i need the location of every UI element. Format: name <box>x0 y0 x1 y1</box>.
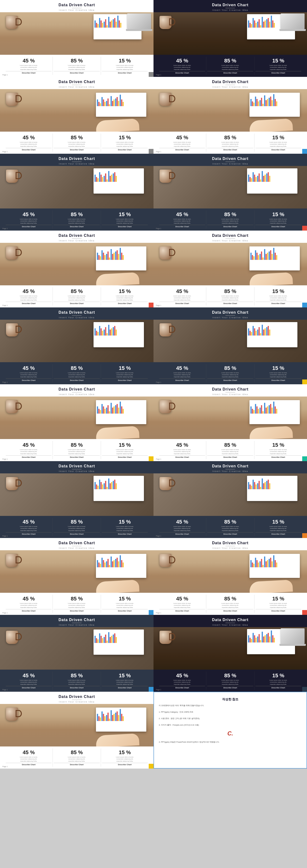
stat-3-value: 15 % <box>255 673 301 679</box>
stat-2-label: Describe Chart <box>54 225 100 228</box>
stat-1-desc: Lorem ipsum dolor sit amet,consectetur a… <box>6 448 52 455</box>
slide-row-6: Data Driven Chart Insert Your Creative I… <box>0 384 307 461</box>
chart-paper <box>96 246 146 271</box>
stat-2-desc: Lorem ipsum dolor sit amet,consectetur a… <box>54 218 100 224</box>
stats-area: 45 % Lorem ipsum dolor sit amet,consecte… <box>154 132 307 154</box>
coffee-cup-icon <box>5 322 22 339</box>
chart-paper <box>96 400 146 424</box>
slide-title: Data Driven Chart <box>154 618 307 622</box>
stat-1-value: 45 % <box>159 134 205 141</box>
chart-paper <box>96 708 146 732</box>
stat-1: 45 % Lorem ipsum dolor sit amet,consecte… <box>158 672 206 690</box>
slide-subtitle: Insert Your Creative Idea <box>0 701 154 703</box>
stat-3-value: 15 % <box>102 519 148 525</box>
slide-row-10: Data Driven Chart Insert Your Creative I… <box>0 692 307 769</box>
stat-1-value: 45 % <box>159 596 205 602</box>
stat-3-desc: Lorem ipsum dolor sit amet,consectetur a… <box>102 526 148 531</box>
stats-area: 45 % Lorem ipsum dolor sit amet,consecte… <box>154 209 307 230</box>
stat-2-label: Describe Chart <box>207 686 253 689</box>
page-number: Page 1 <box>156 535 161 537</box>
chart-bars <box>249 93 300 107</box>
stat-2-value: 85 % <box>54 673 100 679</box>
coffee-cup-icon <box>5 245 22 262</box>
stat-2-value: 85 % <box>54 519 100 525</box>
stat-2-label: Describe Chart <box>54 609 100 612</box>
stat-3-desc: Lorem ipsum dolor sit amet,consectetur a… <box>255 448 301 455</box>
stat-3: 15 % Lorem ipsum dolor sit amet,consecte… <box>254 595 302 613</box>
slide-title: Data Driven Chart <box>0 387 154 392</box>
coffee-cup-icon <box>5 629 22 646</box>
stat-2-label: Describe Chart <box>54 148 100 151</box>
stat-1-desc: Lorem ipsum dolor sit amet,consectetur a… <box>6 756 52 762</box>
slide-image <box>154 12 307 55</box>
slide-header: Data Driven Chart Insert Your Creative I… <box>154 538 307 550</box>
stat-2: 85 % Lorem ipsum dolor sit amet,consecte… <box>53 364 101 382</box>
stat-3-desc: Lorem ipsum dolor sit amet,consectetur a… <box>255 141 301 147</box>
slide-5-gray-right: Data Driven Chart Insert Your Creative I… <box>154 307 307 384</box>
stat-2-label: Describe Chart <box>207 455 253 458</box>
stat-2: 85 % Lorem ipsum dolor sit amet,consecte… <box>53 748 101 767</box>
stat-1-desc: Lorem ipsum dolor sit amet,consectetur a… <box>6 526 52 531</box>
stat-1: 45 % Lorem ipsum dolor sit amet,consecte… <box>5 57 53 75</box>
slide-header: Data Driven Chart Insert Your Creative I… <box>0 77 154 89</box>
stat-1-desc: Lorem ipsum dolor sit amet,consectetur a… <box>159 64 205 70</box>
stat-2-label: Describe Chart <box>54 532 100 535</box>
final-line-3: 2. 사용 폰트 : 맑은 고딕 (본 자체 기본 설치폰트) <box>159 717 302 720</box>
stat-2-value: 85 % <box>207 519 253 525</box>
stat-3-label: Describe Chart <box>102 455 148 458</box>
stat-1-label: Describe Chart <box>6 686 52 689</box>
chart-paper <box>247 476 298 501</box>
slide-9-dark: Data Driven Chart Insert Your Creative I… <box>154 615 307 692</box>
hand-icon <box>96 272 139 285</box>
coffee-cup-icon <box>5 92 22 108</box>
stat-3-desc: Lorem ipsum dolor sit amet,consectetur a… <box>255 679 301 685</box>
stats-area: 45 % Lorem ipsum dolor sit amet,consecte… <box>154 285 307 307</box>
hand-icon <box>96 426 139 439</box>
stat-3-label: Describe Chart <box>255 686 301 689</box>
stat-1-label: Describe Chart <box>6 378 52 381</box>
stat-2-label: Describe Chart <box>207 71 253 74</box>
slide-subtitle: Insert Your Creative Idea <box>0 547 154 549</box>
bg-wood <box>0 550 154 593</box>
slide-title: Data Driven Chart <box>0 694 154 699</box>
stat-3-label: Describe Chart <box>255 532 301 535</box>
slide-row-1: Data Driven Chart Insert Your Creative I… <box>0 0 307 77</box>
stat-1: 45 % Lorem ipsum dolor sit amet,consecte… <box>5 748 53 767</box>
slide-row-5: Data Driven Chart Insert Your Creative I… <box>0 307 307 384</box>
chart-bars <box>249 400 300 414</box>
final-line-2: 1. PPT(pptx) Category : 인포그래픽,차트 <box>159 710 302 714</box>
stat-2-desc: Lorem ipsum dolor sit amet,consectetur a… <box>54 602 100 608</box>
stat-2-desc: Lorem ipsum dolor sit amet,consectetur a… <box>54 141 100 147</box>
slide-header: Data Driven Chart Insert Your Creative I… <box>154 154 307 166</box>
stat-3-value: 15 % <box>255 58 301 64</box>
stat-2: 85 % Lorem ipsum dolor sit amet,consecte… <box>206 518 254 536</box>
stat-2-value: 85 % <box>207 58 253 64</box>
stat-3-desc: Lorem ipsum dolor sit amet,consectetur a… <box>255 372 301 378</box>
page-number: Page 1 <box>2 535 8 537</box>
slide-image <box>0 627 154 670</box>
stat-2-label: Describe Chart <box>207 378 253 381</box>
stat-2-value: 85 % <box>207 365 253 371</box>
chart-paper <box>96 554 146 578</box>
chart-bars <box>249 554 300 568</box>
bg-wood-dark <box>154 12 307 55</box>
slide-title: Data Driven Chart <box>0 234 154 238</box>
stat-2-desc: Lorem ipsum dolor sit amet,consectetur a… <box>54 448 100 455</box>
page-number: Page 1 <box>156 458 161 460</box>
stat-3-value: 15 % <box>255 519 301 525</box>
stat-2: 85 % Lorem ipsum dolor sit amet,consecte… <box>206 133 254 152</box>
stat-3-label: Describe Chart <box>255 609 301 612</box>
stat-3-value: 15 % <box>102 288 148 294</box>
final-slide: 작성한 참조 이 프레젠테이션은 여러 목적을 위해 만들어졌습니다. 1. P… <box>154 692 307 769</box>
stat-2-desc: Lorem ipsum dolor sit amet,consectetur a… <box>54 526 100 531</box>
slide-divider <box>226 469 235 469</box>
slide-header: Data Driven Chart Insert Your Creative I… <box>154 384 307 397</box>
slide-8-light-left: Data Driven Chart Insert Your Creative I… <box>0 538 154 615</box>
coffee-cup-icon <box>5 14 22 31</box>
bg-dark-wood <box>0 473 154 516</box>
stat-2: 85 % Lorem ipsum dolor sit amet,consecte… <box>53 287 101 306</box>
stat-2-desc: Lorem ipsum dolor sit amet,consectetur a… <box>207 218 253 224</box>
stat-1-desc: Lorem ipsum dolor sit amet,consectetur a… <box>159 448 205 455</box>
stat-2-value: 85 % <box>207 211 253 218</box>
stats-area: 45 % Lorem ipsum dolor sit amet,consecte… <box>154 55 307 77</box>
